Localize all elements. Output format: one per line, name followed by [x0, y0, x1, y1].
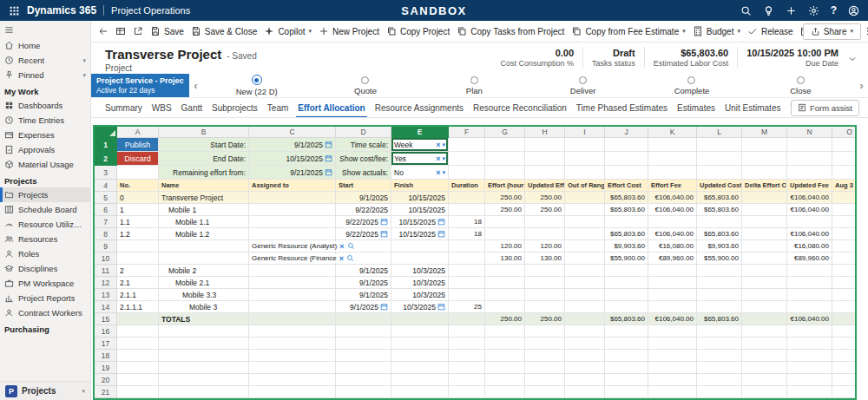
row-header-9[interactable]: 9 — [95, 240, 117, 252]
cell-H9[interactable]: 120.00 — [525, 240, 565, 252]
cell-C13[interactable] — [249, 289, 336, 301]
cell-J4[interactable]: Effort Cost — [605, 180, 648, 192]
cell-B18[interactable] — [159, 350, 249, 362]
cell-G10[interactable]: 130.00 — [485, 252, 525, 265]
cell-J7[interactable] — [605, 216, 648, 228]
column-header-G[interactable]: G — [485, 127, 525, 138]
cell-H7[interactable] — [525, 216, 565, 228]
cell-D13[interactable]: 9/1/2025 — [336, 289, 391, 301]
row-header-19[interactable]: 19 — [95, 362, 117, 374]
cell-N17[interactable] — [787, 338, 832, 350]
cell-M4[interactable]: Delta Effort Cost — [742, 180, 787, 192]
cell-J19[interactable] — [605, 362, 648, 374]
column-header-N[interactable]: N — [787, 127, 832, 138]
cell-A13[interactable]: 2.1.1 — [117, 289, 159, 301]
column-header-J[interactable]: J — [605, 127, 648, 138]
cell-J14[interactable] — [605, 301, 648, 313]
tab-unit-estimates[interactable]: Unit Estimates — [723, 98, 782, 117]
cell-A20[interactable] — [117, 374, 159, 386]
row-header-18[interactable]: 18 — [95, 350, 117, 362]
cell-H1[interactable] — [525, 138, 565, 152]
cell-M11[interactable] — [742, 265, 787, 277]
column-header-F[interactable]: F — [449, 127, 485, 138]
row-header-8[interactable]: 8 — [95, 228, 117, 240]
cell-M8[interactable] — [742, 228, 787, 240]
cell-D5[interactable]: 9/1/2025 — [336, 192, 391, 204]
cell-N2[interactable] — [787, 152, 832, 166]
tab-gantt[interactable]: Gantt — [180, 98, 204, 117]
cell-I9[interactable] — [565, 240, 605, 252]
cell-I21[interactable] — [565, 386, 605, 398]
form-assist-button[interactable]: Form assist — [791, 100, 859, 116]
cell-J15[interactable]: $65,803.60 — [605, 313, 648, 325]
cell-O3[interactable] — [832, 166, 857, 180]
sidebar-toggle-button[interactable] — [0, 21, 90, 38]
cell-D2[interactable]: Show cost/fee: — [336, 152, 391, 166]
cell-A16[interactable] — [117, 325, 159, 338]
cell-F8[interactable]: 18 — [449, 228, 485, 240]
cell-N20[interactable] — [787, 374, 832, 386]
cell-I11[interactable] — [565, 265, 605, 277]
cell-G2[interactable] — [485, 152, 525, 166]
cell-K5[interactable]: €106,040.00 — [648, 192, 697, 204]
copilot-button[interactable]: Copilot▾ — [260, 23, 315, 40]
cell-D8[interactable]: 9/22/2025 — [336, 228, 391, 240]
cell-D17[interactable] — [336, 338, 391, 350]
cell-C6[interactable] — [249, 204, 336, 216]
cell-K7[interactable] — [648, 216, 697, 228]
cell-G6[interactable]: 250.00 — [485, 204, 525, 216]
cell-I14[interactable] — [565, 301, 605, 313]
cell-O9[interactable] — [832, 240, 857, 252]
cell-B10[interactable] — [159, 252, 249, 265]
cell-G5[interactable]: 250.00 — [485, 192, 525, 204]
cell-I8[interactable] — [565, 228, 605, 240]
clear-icon[interactable]: × — [339, 254, 344, 263]
discard-button[interactable]: Discard — [117, 152, 158, 165]
cell-J5[interactable]: $65,803.60 — [605, 192, 648, 204]
cell-G12[interactable] — [485, 277, 525, 289]
column-header-D[interactable]: D — [336, 127, 391, 138]
cell-D12[interactable]: 9/1/2025 — [336, 277, 391, 289]
cell-G1[interactable] — [485, 138, 525, 152]
cell-K10[interactable]: €89,960.00 — [648, 252, 697, 265]
row-header-15[interactable]: 15 — [95, 313, 117, 325]
cell-J13[interactable] — [605, 289, 648, 301]
resource-lookup-icon[interactable] — [347, 242, 355, 250]
cell-H4[interactable]: Updated Effort — [525, 180, 565, 192]
bpf-next-button[interactable]: › — [855, 74, 868, 97]
cell-I6[interactable] — [565, 204, 605, 216]
cell-G9[interactable]: 120.00 — [485, 240, 525, 252]
cell-F6[interactable] — [449, 204, 485, 216]
cell-N18[interactable] — [787, 350, 832, 362]
column-header-I[interactable]: I — [565, 127, 605, 138]
cell-M2[interactable] — [742, 152, 787, 166]
cell-E18[interactable] — [391, 350, 449, 362]
cell-L10[interactable]: $55,900.00 — [697, 252, 742, 265]
cell-B7[interactable]: Mobile 1.1 — [159, 216, 249, 228]
cell-G17[interactable] — [485, 338, 525, 350]
cell-N11[interactable] — [787, 265, 832, 277]
sidebar-item-home[interactable]: Home — [0, 38, 90, 53]
header-collapse-chevron-icon[interactable] — [847, 54, 858, 64]
cell-L2[interactable] — [697, 152, 742, 166]
cell-C1[interactable]: 9/1/2025 — [249, 138, 336, 152]
copy-from-fee-estimate-button[interactable]: Copy from Fee Estimate▾ — [568, 23, 688, 40]
column-header-A[interactable]: A — [117, 127, 159, 138]
lightbulb-icon[interactable] — [763, 5, 774, 16]
cell-L15[interactable]: $65,803.60 — [697, 313, 742, 325]
cell-C19[interactable] — [249, 362, 336, 374]
clear-icon[interactable]: × — [436, 154, 440, 163]
cell-J12[interactable] — [605, 277, 648, 289]
tab-resource-assignments[interactable]: Resource Assignments — [373, 98, 465, 117]
cell-A3[interactable] — [117, 166, 159, 180]
copy-project-button[interactable]: Copy Project — [383, 23, 453, 40]
date-picker-icon[interactable] — [325, 141, 332, 148]
column-header-C[interactable]: C — [249, 127, 336, 138]
clear-icon[interactable]: × — [436, 168, 440, 177]
cell-J18[interactable] — [605, 350, 648, 362]
clear-icon[interactable]: × — [436, 141, 440, 149]
cell-E4[interactable]: Finish — [391, 180, 449, 192]
cell-C8[interactable] — [249, 228, 336, 240]
cell-E3[interactable]: No×▾ — [391, 166, 449, 180]
cell-H17[interactable] — [525, 338, 565, 350]
